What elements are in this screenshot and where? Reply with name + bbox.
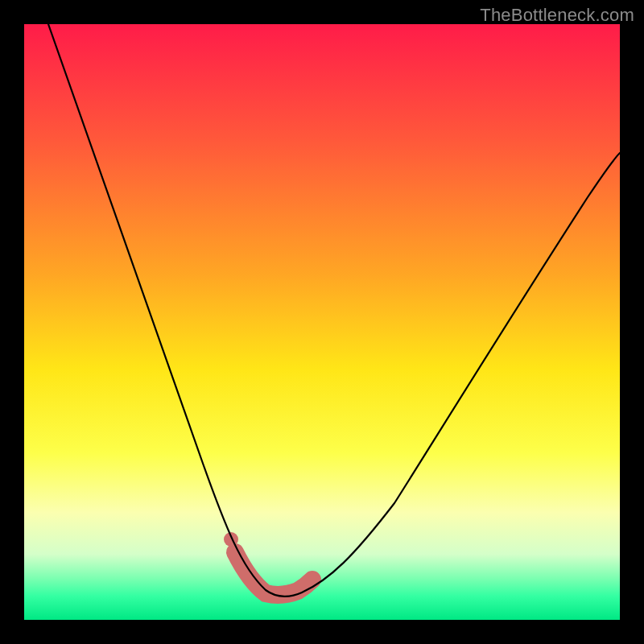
chart-svg [24, 24, 620, 620]
watermark-text: TheBottleneck.com [480, 5, 634, 26]
chart-plot-area [24, 24, 620, 620]
bottleneck-highlight-segment [235, 552, 312, 595]
bottleneck-curve [48, 24, 620, 597]
